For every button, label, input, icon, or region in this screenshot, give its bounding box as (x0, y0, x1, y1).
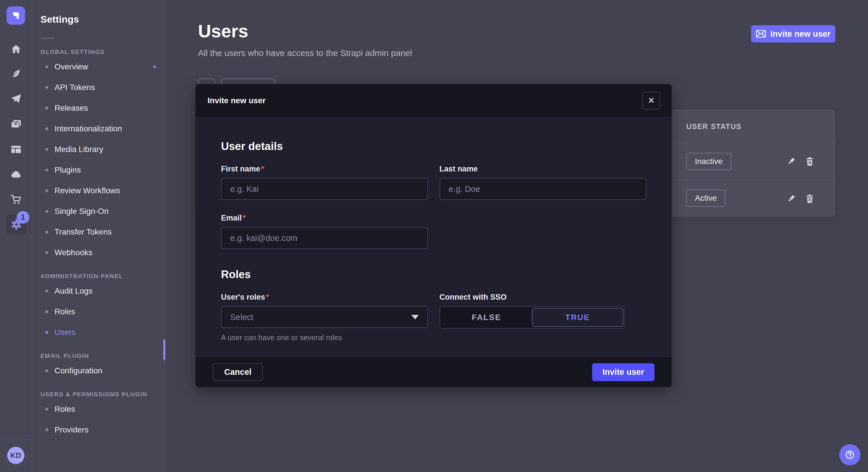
nav-marketplace[interactable] (0, 191, 32, 208)
cloud-icon (11, 171, 21, 178)
subnav-title: Settings (40, 14, 165, 25)
sidebar-item-label: Configuration (55, 366, 102, 375)
invite-new-user-label: Invite new user (770, 29, 831, 39)
home-icon (11, 44, 21, 54)
last-name-input[interactable] (439, 178, 646, 200)
section-label-email-plugin: EMAIL PLUGIN (40, 352, 165, 360)
bullet (45, 189, 48, 192)
status-badge: Inactive (686, 153, 732, 170)
edit-row-button[interactable] (785, 155, 797, 168)
sidebar-item-review-workflows[interactable]: Review Workflows (32, 180, 165, 201)
first-name-label: First name* (221, 165, 428, 173)
section-label-administration-panel: ADMINISTRATION PANEL (40, 273, 165, 280)
sidebar-item-label: Review Workflows (55, 186, 120, 195)
roles-hint: A user can have one or several roles (221, 333, 428, 342)
bullet (45, 231, 48, 233)
sidebar-item-admin-roles[interactable]: Roles (32, 301, 165, 322)
sidebar-item-transfer-tokens[interactable]: Transfer Tokens (32, 222, 165, 242)
first-name-input[interactable] (221, 178, 428, 200)
sso-option-true[interactable]: TRUE (532, 308, 624, 327)
edit-row-button[interactable] (785, 193, 797, 205)
sidebar-item-media-library[interactable]: Media Library (32, 139, 165, 160)
roles-select-value: Select (230, 312, 253, 322)
sidebar-item-label: API Tokens (55, 83, 95, 92)
sidebar-item-providers[interactable]: Providers (32, 419, 165, 440)
sso-label: Connect with SSO (439, 293, 646, 302)
sso-toggle: FALSE TRUE (439, 306, 625, 329)
feather-icon (11, 69, 21, 78)
delete-row-button[interactable] (803, 193, 816, 205)
sidebar-item-audit-logs[interactable]: Audit Logs (32, 281, 165, 301)
email-field-group: Email* (221, 214, 428, 249)
strapi-admin-app: 1 KD Settings GLOBAL SETTINGS Overview A… (0, 0, 868, 472)
required-marker: * (261, 165, 265, 173)
cart-icon (11, 195, 21, 204)
sidebar-item-label: Roles (55, 405, 75, 414)
first-name-field-group: First name* (221, 165, 428, 200)
pencil-icon (787, 194, 795, 203)
sidebar-item-webhooks[interactable]: Webhooks (32, 242, 165, 263)
invite-user-submit-button[interactable]: Invite user (592, 363, 654, 381)
close-button[interactable]: ✕ (642, 92, 660, 109)
bullet (45, 169, 48, 171)
trash-icon (806, 157, 814, 166)
page-subtitle: All the users who have access to the Str… (198, 48, 412, 58)
page-title: Users (198, 21, 248, 41)
sidebar-item-api-tokens[interactable]: API Tokens (32, 77, 165, 98)
sidebar-item-users[interactable]: Users (32, 322, 165, 343)
bullet (45, 210, 48, 213)
help-icon (844, 449, 856, 460)
settings-notification-badge: 1 (17, 211, 29, 224)
status-text: Inactive (695, 157, 723, 166)
modal-title: Invite new user (208, 96, 266, 105)
sso-option-false[interactable]: FALSE (441, 308, 532, 327)
invite-new-user-button[interactable]: Invite new user (751, 25, 835, 42)
last-name-field-group: Last name (439, 165, 646, 200)
active-item-indicator (163, 339, 165, 360)
trash-icon (806, 194, 814, 203)
delete-row-button[interactable] (803, 155, 816, 168)
section-label-global-settings: GLOBAL SETTINGS (40, 48, 165, 56)
status-badge: Active (686, 190, 725, 207)
subnav-underline (40, 38, 55, 39)
close-icon: ✕ (648, 96, 655, 105)
sso-field-group: Connect with SSO FALSE TRUE (439, 293, 646, 342)
cancel-button[interactable]: Cancel (213, 363, 263, 381)
sidebar-item-plugins[interactable]: Plugins (32, 160, 165, 180)
strapi-logo[interactable] (7, 6, 25, 25)
sidebar-item-label: Roles (55, 307, 75, 316)
modal-footer: Cancel Invite user (195, 357, 672, 387)
pencil-icon (787, 157, 795, 166)
nav-home[interactable] (0, 40, 32, 58)
sidebar-item-configuration[interactable]: Configuration (32, 361, 165, 381)
sidebar-item-label: Users (55, 328, 75, 337)
bullet (45, 107, 48, 109)
nav-content-manager[interactable] (0, 140, 32, 158)
nav-content-builder[interactable] (0, 65, 32, 82)
icon-rail: 1 KD (0, 0, 32, 472)
nav-deploy[interactable] (0, 90, 32, 107)
nav-media-library[interactable] (0, 115, 32, 133)
sidebar-item-label: Providers (55, 425, 88, 434)
email-label: Email* (221, 214, 428, 223)
sidebar-item-releases[interactable]: Releases (32, 98, 165, 119)
settings-subnav: Settings GLOBAL SETTINGS Overview API To… (32, 0, 165, 472)
user-avatar[interactable]: KD (7, 447, 24, 464)
sidebar-item-up-roles[interactable]: Roles (32, 399, 165, 419)
nav-cloud[interactable] (0, 166, 32, 183)
help-button[interactable] (839, 444, 861, 465)
sidebar-item-internationalization[interactable]: Internationalization (32, 119, 165, 139)
layout-icon (11, 145, 21, 154)
bullet (45, 429, 48, 431)
sidebar-item-label: Single Sign-On (55, 207, 108, 216)
strapi-logo-icon (11, 11, 21, 20)
email-input[interactable] (221, 227, 428, 249)
sidebar-item-overview[interactable]: Overview (32, 57, 165, 77)
column-header-user-status: USER STATUS (686, 123, 742, 131)
roles-select[interactable]: Select (221, 306, 428, 328)
sidebar-item-label: Internationalization (55, 124, 122, 133)
sidebar-item-label: Media Library (55, 145, 103, 154)
required-marker: * (243, 214, 246, 222)
bullet (45, 127, 48, 130)
sidebar-item-single-sign-on[interactable]: Single Sign-On (32, 201, 165, 222)
